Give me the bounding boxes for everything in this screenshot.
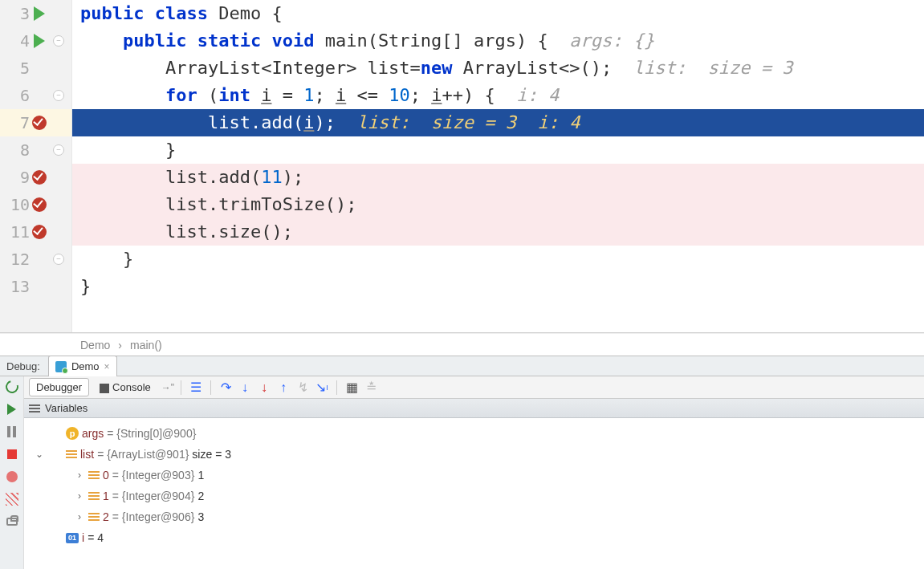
debug-side-toolbar xyxy=(0,376,24,569)
field-icon xyxy=(88,471,100,479)
gutter-row[interactable]: 7 xyxy=(0,109,71,136)
mute-breakpoints-button[interactable] xyxy=(5,492,19,506)
chevron-right-icon[interactable]: › xyxy=(74,511,85,522)
trace-icon[interactable]: ≛ xyxy=(363,380,379,396)
debugger-tab[interactable]: Debugger xyxy=(29,378,89,396)
run-icon[interactable] xyxy=(30,6,49,21)
run-to-cursor-icon[interactable]: ↘I xyxy=(314,380,330,396)
field-icon xyxy=(88,492,100,500)
variable-row[interactable]: 01 i = 4 xyxy=(27,527,921,548)
line-number: 11 xyxy=(7,222,30,242)
gutter-row[interactable]: 10 xyxy=(0,191,71,218)
breakpoint-icon[interactable] xyxy=(30,170,49,185)
resume-button[interactable] xyxy=(5,402,19,417)
chevron-right-icon[interactable]: › xyxy=(74,490,85,502)
breakpoint-icon[interactable] xyxy=(30,225,49,239)
variable-row[interactable]: › 0 = {Integer@903} 1 xyxy=(27,465,921,486)
gutter-row[interactable]: 4 − xyxy=(0,27,71,55)
step-out-icon[interactable]: ↑ xyxy=(275,380,291,396)
breadcrumb[interactable]: Demo›main() xyxy=(0,333,924,356)
code-editor: 3 4 − 5 6 − 7 8 − 9 xyxy=(0,0,924,333)
fold-icon[interactable]: − xyxy=(49,90,68,101)
stop-button[interactable] xyxy=(5,447,19,461)
debug-toolbar: Debugger Console →" ☰ ↷ ↓ ↓ ↑ ↯ ↘I ▦ ≛ xyxy=(24,376,924,399)
gutter-row[interactable]: 6 − xyxy=(0,82,71,109)
line-number: 9 xyxy=(7,168,30,187)
step-over-icon[interactable]: ↷ xyxy=(218,380,234,396)
line-number: 10 xyxy=(7,195,30,214)
gutter-row[interactable]: 12 − xyxy=(0,246,71,273)
evaluate-expression-icon[interactable]: ▦ xyxy=(344,380,360,396)
run-icon[interactable] xyxy=(30,34,49,48)
rerun-button[interactable] xyxy=(5,380,19,394)
gutter-row[interactable]: 5 xyxy=(0,55,71,82)
fold-icon[interactable]: − xyxy=(49,144,68,156)
pause-button[interactable] xyxy=(5,425,19,439)
console-icon xyxy=(100,384,109,393)
drop-frame-icon[interactable]: ↯ xyxy=(295,380,311,396)
debug-label: Debug: xyxy=(0,360,47,372)
variable-row[interactable]: › 2 = {Integer@906} 3 xyxy=(27,506,921,527)
close-icon[interactable]: × xyxy=(104,361,110,372)
param-badge-icon: p xyxy=(66,427,79,440)
field-icon xyxy=(66,450,77,458)
view-breakpoints-button[interactable] xyxy=(5,469,19,484)
fold-icon[interactable]: − xyxy=(49,254,68,265)
inline-hint: args: {} xyxy=(569,30,654,51)
breakpoint-icon[interactable] xyxy=(30,197,49,212)
gutter-row[interactable]: 3 xyxy=(0,0,71,27)
settings-icon[interactable]: →" xyxy=(161,382,174,393)
variables-header[interactable]: Variables xyxy=(24,399,924,418)
frames-icon[interactable]: ☰ xyxy=(188,380,204,396)
variable-row[interactable]: › 1 = {Integer@904} 2 xyxy=(27,486,921,506)
force-step-into-icon[interactable]: ↓ xyxy=(256,380,272,396)
line-number: 5 xyxy=(7,59,30,78)
int-badge-icon: 01 xyxy=(66,533,79,543)
code-area[interactable]: public class Demo { public static void m… xyxy=(72,0,924,332)
gutter-row[interactable]: 13 xyxy=(0,273,71,300)
editor-gutter: 3 4 − 5 6 − 7 8 − 9 xyxy=(0,0,72,332)
application-icon xyxy=(55,361,67,372)
run-config-tab[interactable]: Demo × xyxy=(48,356,117,376)
gutter-row[interactable]: 9 xyxy=(0,164,71,191)
console-tab[interactable]: Console xyxy=(92,378,158,396)
variable-row[interactable]: ⌄ list = {ArrayList@901} size = 3 xyxy=(27,444,921,465)
execution-line: list.add(i); list: size = 3 i: 4 xyxy=(72,109,924,136)
list-icon xyxy=(29,403,40,414)
line-number: 8 xyxy=(7,140,30,160)
camera-icon[interactable] xyxy=(5,514,19,529)
breakpoint-icon[interactable] xyxy=(30,116,49,130)
line-number: 3 xyxy=(7,4,30,23)
line-number: 7 xyxy=(7,113,30,132)
inline-hint: i: 4 xyxy=(516,85,559,105)
line-number: 6 xyxy=(7,86,30,105)
line-number: 4 xyxy=(7,31,30,51)
debug-panel: Debugger Console →" ☰ ↷ ↓ ↓ ↑ ↯ ↘I ▦ ≛ V… xyxy=(0,376,924,569)
variable-row[interactable]: p args = {String[0]@900} xyxy=(27,423,921,444)
step-into-icon[interactable]: ↓ xyxy=(237,380,253,396)
chevron-down-icon[interactable]: ⌄ xyxy=(34,449,45,460)
fold-icon[interactable]: − xyxy=(49,35,68,47)
inline-hint: list: size = 3 xyxy=(633,58,793,78)
field-icon xyxy=(88,513,100,521)
line-number: 13 xyxy=(7,277,30,296)
variables-tree[interactable]: p args = {String[0]@900} ⌄ list = {Array… xyxy=(24,418,924,553)
debug-titlebar: Debug: Demo × xyxy=(0,356,924,376)
gutter-row[interactable]: 8 − xyxy=(0,136,71,164)
chevron-right-icon[interactable]: › xyxy=(74,469,85,481)
gutter-row[interactable]: 11 xyxy=(0,218,71,246)
line-number: 12 xyxy=(7,250,30,269)
